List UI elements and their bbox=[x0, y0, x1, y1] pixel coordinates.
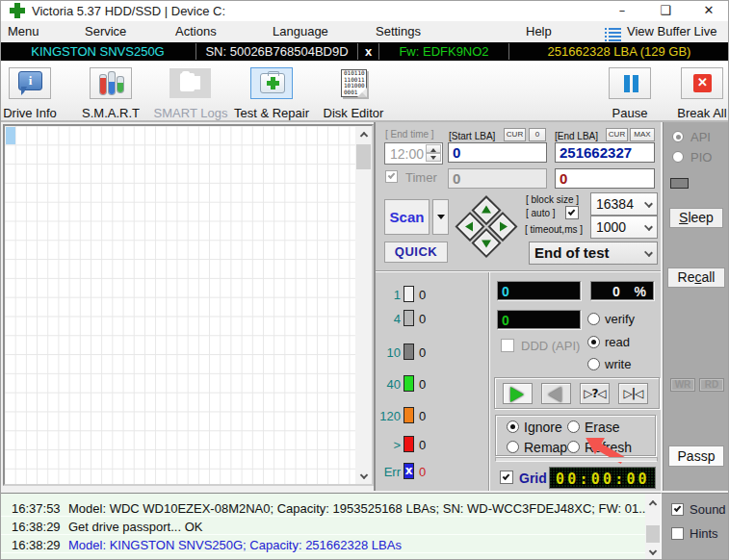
end-lba-input[interactable]: 251662327 bbox=[555, 142, 655, 163]
api-radio[interactable] bbox=[672, 131, 684, 142]
verify-label: verify bbox=[605, 312, 635, 326]
status-corner-panel: Sound Hints bbox=[661, 493, 729, 560]
ignore-label: Ignore bbox=[524, 420, 562, 435]
log-row: 16:38:29 Get drive passport... OK bbox=[0, 517, 645, 535]
speed-count-slow: 0 bbox=[419, 438, 426, 452]
verify-radio[interactable] bbox=[587, 313, 600, 325]
scan-button[interactable]: Scan bbox=[384, 199, 430, 235]
step-back-button[interactable] bbox=[541, 383, 571, 404]
start-lba-input[interactable]: 0 bbox=[448, 142, 547, 163]
lba-counter-box: 0 bbox=[497, 281, 581, 300]
speed-block-1 bbox=[404, 286, 414, 302]
log-time: 16:37:53 bbox=[12, 501, 61, 516]
end-lba-max-button[interactable]: MAX bbox=[630, 128, 655, 141]
speed-block-10 bbox=[404, 344, 414, 360]
log-message: Get drive passport... OK bbox=[68, 520, 202, 534]
seek-error-button[interactable]: ▷?◁ bbox=[580, 383, 610, 404]
scan-dropdown-button[interactable] bbox=[432, 199, 449, 235]
refresh-radio[interactable] bbox=[567, 441, 580, 453]
menu-item-menu[interactable]: Menu bbox=[8, 24, 39, 38]
grid-checkbox[interactable] bbox=[500, 471, 513, 484]
erase-radio[interactable] bbox=[567, 420, 580, 433]
end-lba-secondary-input[interactable]: 0 bbox=[555, 168, 655, 189]
speed-block-slow bbox=[404, 436, 414, 452]
hints-label: Hints bbox=[690, 526, 718, 541]
pause-icon bbox=[609, 67, 651, 99]
chevron-down-icon bbox=[644, 199, 653, 208]
menu-item-settings[interactable]: Settings bbox=[376, 24, 421, 38]
end-of-test-combo[interactable]: End of test bbox=[529, 242, 658, 265]
scroll-down-icon[interactable] bbox=[645, 544, 661, 560]
quick-button[interactable]: QUICK bbox=[384, 242, 448, 263]
scanned-block-cell bbox=[6, 127, 15, 144]
scroll-down-icon[interactable] bbox=[355, 468, 372, 484]
maximize-button[interactable]: ❑ bbox=[649, 0, 682, 21]
spin-up-icon[interactable] bbox=[426, 144, 441, 153]
title-bar: Victoria 5.37 HDD/SSD | Device C: – ❑ ✕ bbox=[0, 0, 729, 21]
grid-label: Grid bbox=[519, 471, 547, 486]
log-scrollbar[interactable] bbox=[645, 493, 661, 560]
device-model: KINGSTON SNVS250G bbox=[0, 42, 195, 61]
navigation-diamond bbox=[455, 196, 518, 260]
timer-checkbox[interactable] bbox=[385, 170, 398, 183]
write-radio[interactable] bbox=[587, 358, 600, 370]
minimize-button[interactable]: – bbox=[606, 0, 638, 21]
test-grid-panel bbox=[3, 124, 374, 486]
auto-label: [ auto ] bbox=[526, 208, 556, 218]
menu-item-service[interactable]: Service bbox=[85, 24, 126, 38]
speed-label-err: Err bbox=[376, 465, 401, 479]
menu-item-view-buffer-live[interactable]: View Buffer Live bbox=[627, 24, 716, 38]
end-lba-label: [End LBA] bbox=[555, 131, 598, 141]
sleep-button[interactable]: Sleep bbox=[669, 208, 723, 228]
menu-item-language[interactable]: Language bbox=[273, 24, 328, 38]
menu-item-actions[interactable]: Actions bbox=[175, 24, 217, 38]
end-time-value: 12:00 bbox=[390, 146, 424, 162]
sound-checkbox[interactable] bbox=[671, 503, 684, 516]
passp-button[interactable]: Passp bbox=[668, 445, 724, 467]
grid-scrollbar[interactable] bbox=[355, 126, 372, 484]
test-tubes-icon bbox=[90, 67, 132, 99]
percent-box: 0% bbox=[590, 281, 654, 300]
start-lba-secondary-input: 0 bbox=[448, 168, 547, 189]
left-arrow-icon bbox=[465, 222, 473, 232]
hints-checkbox[interactable] bbox=[671, 527, 684, 540]
spin-down-icon[interactable] bbox=[426, 153, 441, 162]
write-label: write bbox=[605, 357, 631, 371]
ignore-radio[interactable] bbox=[507, 420, 519, 433]
device-serial: SN: 50026B768504BD9D bbox=[196, 42, 357, 61]
menu-item-help[interactable]: Help bbox=[526, 24, 552, 38]
block-size-combo[interactable]: 16384 bbox=[590, 192, 658, 216]
list-icon bbox=[605, 28, 621, 39]
pio-label: PIO bbox=[690, 150, 712, 165]
start-lba-cur-button[interactable]: CUR bbox=[504, 128, 526, 141]
timeout-combo[interactable]: 1000 bbox=[590, 216, 658, 239]
log-message: Model: KINGSTON SNVS250G; Capacity: 2516… bbox=[68, 538, 402, 552]
end-lba-cur-button[interactable]: CUR bbox=[606, 128, 628, 141]
close-button[interactable]: ✕ bbox=[692, 0, 725, 21]
auto-checkbox[interactable] bbox=[565, 206, 579, 219]
end-time-spinner[interactable]: 12:00 bbox=[384, 142, 443, 165]
speed-count-40: 0 bbox=[419, 377, 426, 392]
scroll-up-icon[interactable] bbox=[645, 495, 661, 511]
pio-radio[interactable] bbox=[672, 151, 684, 163]
seek-end-button[interactable]: ▷|◁ bbox=[618, 383, 648, 404]
speed-label-1: 1 bbox=[376, 288, 401, 302]
read-radio[interactable] bbox=[587, 336, 600, 348]
chevron-down-icon bbox=[644, 248, 653, 257]
percent-value: 0 bbox=[612, 284, 620, 299]
recall-button[interactable]: Recall bbox=[667, 267, 725, 288]
start-lba-label: [Start LBA] bbox=[449, 131, 495, 141]
scroll-up-icon[interactable] bbox=[355, 126, 372, 142]
ddd-checkbox[interactable] bbox=[501, 339, 514, 352]
start-lba-zero-button[interactable]: 0 bbox=[529, 128, 546, 141]
start-test-button[interactable] bbox=[503, 383, 533, 404]
end-time-label: [ End time ] bbox=[385, 129, 434, 140]
timeout-label: [ timeout,ms ] bbox=[525, 224, 583, 235]
test-grid bbox=[5, 126, 355, 484]
log-scrollbar-thumb[interactable] bbox=[646, 525, 660, 543]
device-capacity: 251662328 LBA (129 GB) bbox=[509, 42, 729, 61]
remap-radio[interactable] bbox=[507, 441, 519, 453]
grid-scrollbar-thumb[interactable] bbox=[356, 144, 371, 169]
device-bar-close-button[interactable]: x bbox=[358, 42, 378, 61]
log-row: 16:37:53 Model: WDC WD10EZEX-08M2NA0; Ca… bbox=[0, 498, 645, 517]
